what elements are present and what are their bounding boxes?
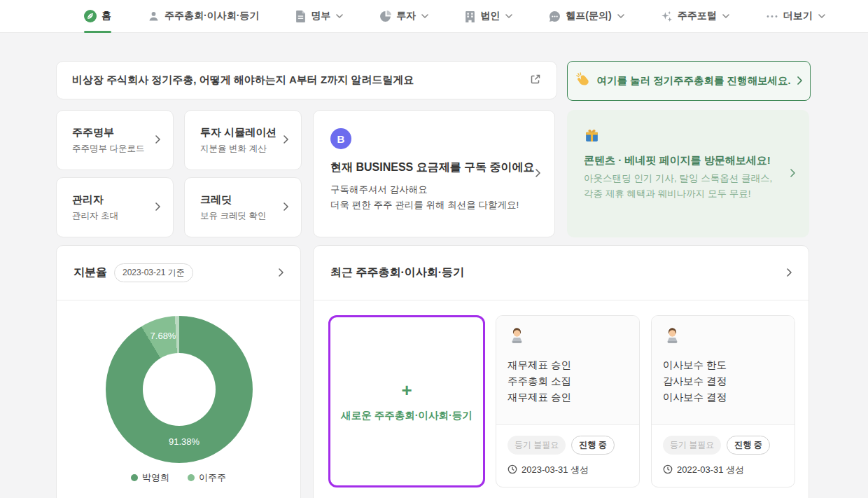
ownership-card-header[interactable]: 지분율 2023-03-21 기준 bbox=[57, 246, 300, 300]
active-tab-underline bbox=[84, 31, 111, 33]
chevron-down-icon bbox=[336, 14, 343, 18]
chevron-right-icon bbox=[797, 75, 802, 88]
meeting-item-card[interactable]: 이사보수 한도 감사보수 결정 이사보수 결정 등기 불필요 진행 중 2022… bbox=[651, 315, 795, 487]
nav-item-label: 투자 bbox=[396, 10, 416, 22]
meeting-item-top: 재무제표 승인 주주총회 소집 재무제표 승인 bbox=[496, 316, 639, 425]
external-link-icon bbox=[530, 74, 541, 88]
legend-dot bbox=[131, 474, 138, 481]
chevron-down-icon bbox=[505, 14, 512, 18]
chevron-right-icon bbox=[279, 267, 284, 279]
building-icon bbox=[465, 11, 475, 22]
chevron-right-icon bbox=[536, 167, 540, 180]
pie-icon bbox=[379, 11, 391, 22]
quick-link-investment-simulation[interactable]: 투자 시뮬레이션 지분율 변화 계산 bbox=[184, 110, 302, 170]
meeting-item-bottom: 등기 불필요 진행 중 2022-03-31 생성 bbox=[652, 425, 794, 487]
chevron-down-icon bbox=[617, 14, 624, 18]
guide-banner-text: 비상장 주식회사 정기주총, 어떻게 해야하는지 A부터 Z까지 알려드릴게요 bbox=[72, 74, 414, 87]
recent-meetings-card: 최근 주주총회·이사회·등기 + 새로운 주주총회·이사회·등기 재무제표 승인… bbox=[313, 245, 809, 498]
nav-item-label: 주주포털 bbox=[678, 10, 717, 22]
nav-item-label: 헬프(문의) bbox=[566, 10, 611, 22]
quick-link-title: 투자 시뮬레이션 bbox=[200, 126, 276, 139]
clap-icon bbox=[575, 72, 590, 90]
sparkles-icon bbox=[661, 11, 673, 22]
zuzu-logo-icon bbox=[84, 10, 97, 22]
benefit-title: 콘텐츠 · 베네핏 페이지를 방문해보세요! bbox=[584, 154, 792, 167]
new-meeting-label: 새로운 주주총회·이사회·등기 bbox=[341, 409, 472, 422]
quick-link-admin[interactable]: 관리자 관리자 초대 bbox=[56, 177, 174, 237]
agenda-line: 재무제표 승인 bbox=[507, 357, 628, 373]
top-navigation: 홈 주주총회·이사회·등기 명부 투자 법인 bbox=[0, 0, 868, 33]
nav-item-label: 더보기 bbox=[783, 10, 813, 22]
chevron-right-icon bbox=[790, 167, 795, 180]
quick-link-subtitle: 보유 크레딧 확인 bbox=[200, 210, 266, 222]
legend-item: 박영희 bbox=[131, 471, 169, 484]
recent-meetings-header[interactable]: 최근 주주총회·이사회·등기 bbox=[314, 246, 808, 300]
donut-slice-label: 91.38% bbox=[156, 436, 212, 447]
chevron-right-icon bbox=[155, 134, 160, 146]
agenda-line: 감사보수 결정 bbox=[663, 373, 783, 389]
nav-item-label: 법인 bbox=[480, 10, 500, 22]
nav-item-meetings[interactable]: 주주총회·이사회·등기 bbox=[148, 0, 259, 33]
home-page: 홈 주주총회·이사회·등기 명부 투자 법인 bbox=[0, 0, 868, 498]
chevron-down-icon bbox=[421, 14, 428, 18]
guide-banner[interactable]: 비상장 주식회사 정기주총, 어떻게 해야하는지 A부터 Z까지 알려드릴게요 bbox=[56, 61, 557, 99]
registration-status-badge: 등기 불필요 bbox=[507, 436, 566, 455]
meeting-item-card[interactable]: 재무제표 승인 주주총회 소집 재무제표 승인 등기 불필요 진행 중 2023… bbox=[496, 315, 640, 487]
chevron-down-icon bbox=[818, 14, 825, 18]
quick-link-title: 관리자 bbox=[72, 193, 118, 207]
agenda-line: 재무제표 승인 bbox=[507, 389, 628, 406]
chat-icon bbox=[549, 11, 561, 22]
chevron-right-icon bbox=[284, 201, 288, 214]
chevron-right-icon bbox=[787, 267, 792, 279]
subscription-plan-card[interactable]: B 현재 BUSINESS 요금제를 구독 중이에요 구독해주셔서 감사해요 더… bbox=[313, 110, 555, 237]
progress-status-badge: 진행 중 bbox=[727, 436, 769, 455]
technologist-icon bbox=[663, 336, 682, 348]
document-icon bbox=[295, 11, 306, 22]
meeting-item-top: 이사보수 한도 감사보수 결정 이사보수 결정 bbox=[652, 316, 794, 425]
ownership-donut-chart-area: 7.68% 91.38% bbox=[106, 316, 253, 463]
as-of-date-badge: 2023-03-21 기준 bbox=[114, 263, 193, 282]
chart-legend: 박영희 이주주 bbox=[57, 471, 300, 484]
benefit-line: 각종 제휴 혜택과 웨비나까지 모두 무료! bbox=[584, 188, 792, 200]
quick-link-shareholder-list[interactable]: 주주명부 주주명부 다운로드 bbox=[56, 110, 174, 170]
donut-slice-label: 7.68% bbox=[141, 331, 186, 341]
chevron-down-icon bbox=[722, 14, 729, 18]
new-meeting-button[interactable]: + 새로운 주주총회·이사회·등기 bbox=[328, 315, 485, 487]
plus-icon: + bbox=[401, 381, 412, 399]
nav-item-label: 명부 bbox=[311, 10, 330, 22]
plan-line: 구독해주셔서 감사해요 bbox=[330, 184, 538, 196]
technologist-icon bbox=[507, 336, 526, 348]
registration-status-badge: 등기 불필요 bbox=[663, 436, 721, 455]
ellipsis-icon bbox=[766, 11, 778, 22]
plan-title: 현재 BUSINESS 요금제를 구독 중이에요 bbox=[330, 160, 538, 175]
nav-item-home[interactable]: 홈 bbox=[84, 0, 111, 33]
ownership-title: 지분율 bbox=[74, 265, 107, 280]
benefit-card[interactable]: 콘텐츠 · 베네핏 페이지를 방문해보세요! 아웃스탠딩 인기 기사, 탈잉 스… bbox=[567, 110, 809, 237]
nav-item-more[interactable]: 더보기 bbox=[766, 0, 825, 33]
chevron-right-icon bbox=[284, 134, 288, 146]
agenda-line: 이사보수 결정 bbox=[663, 389, 783, 406]
plan-line: 더욱 편한 주주 관리를 위해 최선을 다할게요! bbox=[330, 199, 538, 212]
quick-link-credit[interactable]: 크레딧 보유 크레딧 확인 bbox=[184, 177, 302, 237]
created-date: 2022-03-31 생성 bbox=[677, 464, 744, 476]
legend-item: 이주주 bbox=[188, 471, 226, 484]
benefit-line: 아웃스탠딩 인기 기사, 탈잉 스톡옵션 클래스, bbox=[584, 172, 792, 185]
quick-link-subtitle: 지분율 변화 계산 bbox=[200, 143, 276, 155]
nav-item-help[interactable]: 헬프(문의) bbox=[549, 0, 624, 33]
nav-item-investment[interactable]: 투자 bbox=[379, 0, 428, 33]
clock-icon bbox=[663, 464, 673, 476]
nav-item-register[interactable]: 명부 bbox=[295, 0, 343, 33]
quick-link-subtitle: 관리자 초대 bbox=[72, 210, 118, 222]
quick-link-title: 크레딧 bbox=[200, 193, 266, 207]
nav-item-shareholder-portal[interactable]: 주주포털 bbox=[661, 0, 729, 33]
chevron-right-icon bbox=[155, 201, 160, 214]
created-date: 2023-03-31 생성 bbox=[522, 464, 589, 476]
nav-item-label: 주주총회·이사회·등기 bbox=[164, 10, 259, 22]
nav-item-label: 홈 bbox=[102, 10, 111, 22]
legend-dot bbox=[188, 474, 195, 481]
plan-badge: B bbox=[330, 128, 351, 149]
agm-cta-text: 여기를 눌러 정기주주총회를 진행해보세요. bbox=[596, 74, 790, 88]
quick-link-title: 주주명부 bbox=[72, 126, 144, 139]
nav-item-corporation[interactable]: 법인 bbox=[465, 0, 512, 33]
agm-cta-banner[interactable]: 여기를 눌러 정기주주총회를 진행해보세요. bbox=[567, 61, 811, 101]
